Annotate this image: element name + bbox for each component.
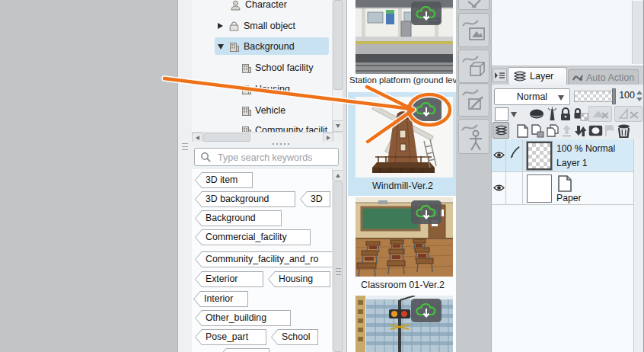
apply-mask-button-disabled[interactable] — [603, 123, 615, 139]
blend-mode-dropdown[interactable]: Normal — [494, 88, 570, 105]
create-layer-mask-button[interactable] — [588, 123, 604, 138]
tree-item-school-facility[interactable]: School facility — [241, 59, 340, 76]
tag-chip[interactable]: Interior — [193, 291, 248, 307]
paper-icon — [557, 174, 572, 193]
layer-thumbnail[interactable] — [527, 174, 552, 203]
cloud-download-badge[interactable] — [411, 98, 442, 121]
layer-row-layer1[interactable]: 100 % Normal Layer 1 — [492, 139, 644, 172]
tree-item-background[interactable]: Background — [218, 38, 340, 55]
section-drag-dots[interactable] — [273, 143, 291, 145]
layer-thumbnail[interactable] — [527, 142, 552, 170]
right-panel-stack: Layer Auto Action Normal 100 — [491, 0, 644, 352]
tag-chip[interactable]: 3D — [300, 191, 330, 207]
tag-chip[interactable]: Background — [195, 210, 282, 226]
layer-color-dropdown[interactable] — [494, 107, 518, 121]
cloud-download-badge[interactable] — [411, 2, 442, 25]
tree-item-label: School facility — [255, 59, 313, 76]
tree-item-label: Vehicle — [255, 102, 285, 119]
duplicate-layer-button[interactable] — [545, 123, 560, 139]
scroll-thumb-grip — [336, 268, 341, 277]
reference-layer-icon[interactable] — [547, 106, 557, 121]
clip-studio-workspace: Character Small object Background School… — [0, 0, 644, 352]
tree-item-vehicle[interactable]: Vehicle — [241, 102, 340, 119]
canvas-area[interactable] — [0, 0, 177, 352]
tree-vertical-scrollbar[interactable] — [332, 0, 343, 132]
expander-collapsed-icon[interactable] — [218, 23, 223, 29]
layer-list-scrollbar[interactable] — [633, 139, 644, 352]
splitter-grip-icon[interactable] — [182, 143, 188, 152]
tree-item-housing[interactable]: Housing — [241, 81, 340, 98]
opacity-stepper[interactable] — [636, 89, 643, 104]
panel-menu-button[interactable] — [493, 69, 507, 82]
tag-chip[interactable]: School — [271, 329, 318, 345]
tree-horizontal-scrollbar[interactable] — [192, 132, 343, 142]
tab-layer[interactable]: Layer — [508, 67, 567, 85]
tag-label: School — [282, 329, 315, 345]
3d-material-tool-button[interactable] — [458, 50, 489, 83]
transform-tool-button[interactable] — [458, 0, 489, 10]
tags-vertical-scrollbar[interactable] — [332, 169, 343, 352]
layer-list: 100 % Normal Layer 1 Paper — [492, 139, 644, 352]
tag-chip[interactable] — [219, 348, 269, 352]
material-caption: Station platform (ground level)-V — [349, 75, 457, 85]
edit-material-tool-button[interactable] — [458, 83, 489, 117]
enable-mask-button-disabled[interactable] — [588, 106, 612, 122]
layer-view-button[interactable] — [493, 122, 509, 139]
tree-item-character[interactable]: Character — [230, 0, 336, 13]
cloud-download-badge[interactable] — [411, 200, 442, 224]
lock-transparent-pixels-icon[interactable] — [572, 106, 589, 121]
tag-label: Pose_part — [206, 329, 263, 345]
cloud-download-badge[interactable] — [411, 299, 442, 322]
panel-splitter[interactable] — [177, 0, 193, 352]
layer-row-paper[interactable]: Paper — [492, 172, 644, 205]
tag-chip[interactable]: Pose_part — [195, 329, 266, 345]
delete-layer-button[interactable] — [615, 123, 632, 139]
opacity-slider[interactable] — [574, 91, 615, 102]
tag-label: 3D background — [206, 191, 292, 207]
merge-down-button-disabled[interactable] — [560, 123, 573, 139]
search-icon — [200, 152, 212, 163]
tag-chip[interactable]: Commercial_facility — [195, 229, 311, 245]
tag-chip[interactable]: Other_building — [195, 310, 291, 326]
search-input[interactable] — [216, 149, 337, 166]
material-tree: Character Small object Background School… — [192, 0, 343, 142]
tag-chip[interactable]: Community_facility_and_ro — [195, 251, 336, 267]
expander-expanded-icon[interactable] — [218, 44, 224, 50]
tag-chip[interactable]: Housing — [268, 271, 330, 287]
ruler-button-disabled[interactable] — [614, 106, 642, 122]
scroll-up-button[interactable] — [333, 170, 343, 181]
tab-auto-action[interactable]: Auto Action — [568, 69, 639, 85]
tag-label: Community_facility_and_ro — [206, 251, 333, 267]
layer-name[interactable]: Paper — [556, 193, 582, 203]
image-material-tool-button[interactable] — [458, 13, 489, 47]
layer-name[interactable]: Layer 1 — [556, 158, 588, 168]
material-caption: Windmill-Ver.2 — [349, 181, 457, 191]
tag-label: Commercial_facility — [206, 229, 308, 245]
scroll-down-button[interactable] — [333, 120, 343, 132]
tag-list: 3D item 3D background 3D Background Comm… — [192, 169, 343, 352]
tree-item-label: Housing — [255, 81, 290, 98]
pose-tool-button[interactable] — [458, 119, 489, 154]
clip-to-layer-below-icon[interactable] — [528, 107, 545, 120]
side-toolbar — [456, 0, 491, 352]
search-box[interactable] — [194, 148, 339, 166]
tag-chip[interactable]: 3D background — [195, 191, 295, 207]
editing-pen-icon — [509, 146, 520, 158]
tree-item-small-object[interactable]: Small object — [218, 18, 340, 34]
tag-label: Housing — [279, 271, 327, 287]
tag-chip[interactable]: 3D item — [195, 172, 253, 188]
tag-chip[interactable]: Exterior — [195, 271, 263, 287]
visibility-eye-icon[interactable] — [493, 151, 505, 159]
blend-mode-value: Normal — [517, 91, 547, 102]
new-vector-layer-button[interactable] — [530, 123, 545, 139]
layer-info: 100 % Normal — [556, 143, 615, 154]
visibility-eye-icon[interactable] — [493, 184, 505, 192]
building-icon — [241, 84, 252, 95]
lock-layer-icon[interactable] — [559, 106, 572, 121]
subpanel-scrollbar[interactable] — [632, 1, 644, 64]
transfer-layer-button[interactable] — [572, 123, 588, 139]
opacity-value: 100 — [615, 90, 635, 101]
building-icon — [241, 105, 252, 117]
character-icon — [230, 0, 241, 11]
new-raster-layer-button[interactable] — [515, 123, 530, 139]
